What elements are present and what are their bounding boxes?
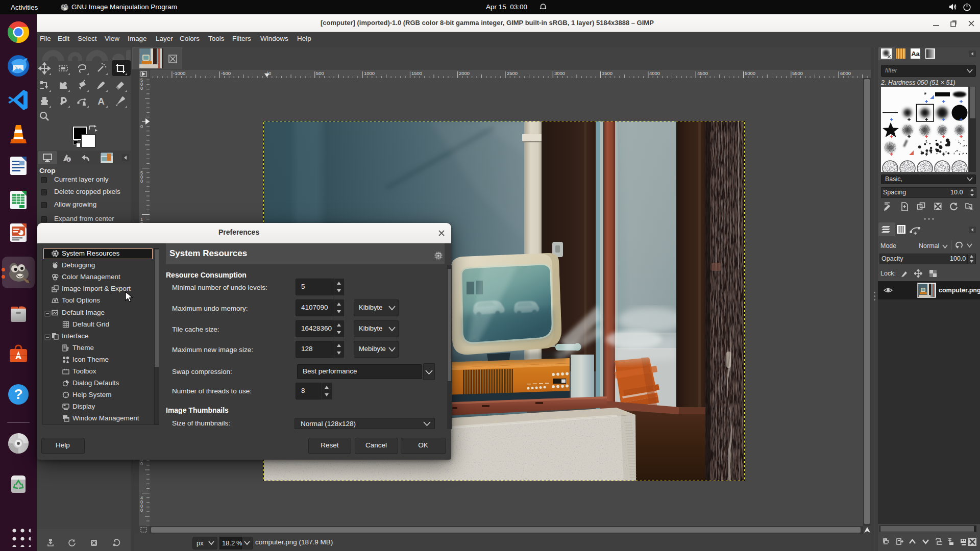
svg-text:4500: 4500 xyxy=(697,70,708,76)
svg-text:0: 0 xyxy=(140,124,143,129)
svg-text:500: 500 xyxy=(316,70,324,76)
svg-text:?: ? xyxy=(14,386,22,402)
svg-text:0: 0 xyxy=(140,86,143,91)
svg-text:0: 0 xyxy=(140,179,143,184)
svg-text:5000: 5000 xyxy=(745,70,755,76)
svg-text:0: 0 xyxy=(140,461,143,466)
svg-text:4000: 4000 xyxy=(649,70,660,76)
svg-text:0: 0 xyxy=(268,70,271,76)
svg-text:5500: 5500 xyxy=(792,70,803,76)
svg-text:-1000: -1000 xyxy=(173,70,185,76)
svg-text:Aa: Aa xyxy=(911,50,920,58)
svg-text:-500: -500 xyxy=(221,70,231,76)
svg-text:2500: 2500 xyxy=(507,70,518,76)
svg-text:A: A xyxy=(97,96,105,107)
svg-text:0: 0 xyxy=(140,508,143,513)
svg-text:2000: 2000 xyxy=(459,70,470,76)
svg-text:1000: 1000 xyxy=(364,70,375,76)
svg-text:3500: 3500 xyxy=(602,70,612,76)
svg-text:3000: 3000 xyxy=(554,70,565,76)
svg-text:i: i xyxy=(68,157,69,162)
svg-text:6000: 6000 xyxy=(840,70,851,76)
svg-text:1500: 1500 xyxy=(411,70,422,76)
